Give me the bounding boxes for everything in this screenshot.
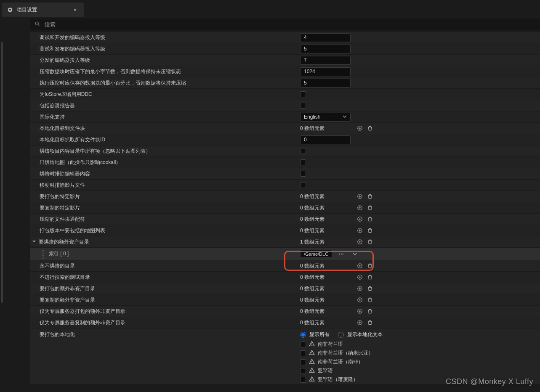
add-element-icon[interactable] — [356, 226, 364, 235]
setting-label: 要打包的本地化 — [40, 331, 75, 338]
setting-label: 烘焙时排除编辑器内容 — [40, 170, 90, 177]
clear-array-icon[interactable] — [366, 204, 374, 212]
value-input[interactable] — [300, 33, 351, 42]
locale-checkbox[interactable] — [300, 342, 306, 347]
add-element-icon[interactable] — [356, 273, 364, 281]
locale-item: 亚罕语 — [300, 367, 536, 374]
add-element-icon[interactable] — [356, 192, 364, 201]
checkbox[interactable] — [300, 148, 306, 154]
value-input[interactable] — [300, 135, 351, 144]
tab-project-settings[interactable]: 项目设置 × — [2, 3, 84, 17]
array-count: 0 数组元素 — [300, 227, 325, 234]
locale-name: 南非荷兰语（南非） — [318, 358, 363, 366]
chevron-down-icon — [343, 114, 347, 120]
add-element-icon[interactable] — [356, 284, 364, 293]
array-element-row: 索引 [ 0 ] /Game/DLC ⋯ — [30, 248, 540, 260]
add-element-icon[interactable] — [356, 204, 364, 212]
setting-row: 本地化目标到文件块 0 数组元素 — [30, 123, 540, 134]
setting-label: 压缩数据块时应省下的最小字节数，否则数据将保持未压缩状态 — [40, 68, 181, 75]
checkbox[interactable] — [300, 103, 306, 109]
locale-name: 亚罕语（喀麦隆） — [318, 376, 358, 383]
clear-array-icon[interactable] — [366, 226, 374, 235]
clear-array-icon[interactable] — [366, 296, 374, 304]
checkbox[interactable] — [300, 91, 306, 97]
add-element-icon[interactable] — [356, 124, 364, 132]
locale-checkbox[interactable] — [300, 377, 306, 383]
search-bar — [30, 19, 540, 30]
setting-label: 本地化目标抓取所有文件块ID — [40, 136, 105, 143]
clear-array-icon[interactable] — [366, 238, 374, 246]
add-element-icon[interactable] — [356, 296, 364, 304]
settings-icon — [7, 6, 13, 13]
value-input[interactable] — [300, 56, 351, 65]
clear-array-icon[interactable] — [366, 284, 374, 293]
checkbox[interactable] — [300, 182, 306, 188]
svg-point-47 — [312, 380, 312, 381]
dropdown-i18n[interactable]: English — [300, 113, 351, 122]
warning-icon — [309, 376, 315, 383]
clear-array-icon[interactable] — [366, 262, 374, 270]
clear-array-icon[interactable] — [366, 307, 374, 315]
add-element-icon[interactable] — [356, 307, 364, 315]
setting-label: 测试和发布的编码器投入等级 — [40, 45, 105, 53]
locale-item: 南非荷兰语 — [300, 341, 536, 348]
value-input[interactable] — [300, 67, 351, 76]
clear-array-icon[interactable] — [366, 192, 374, 201]
array-count: 1 数组元素 — [300, 238, 325, 246]
setting-label: 执行压缩时应保存的数据块的最小百分比，否则数据将保持未压缩 — [40, 79, 186, 87]
setting-label: 只烘焙地图（此操作只影响cookall） — [40, 159, 121, 166]
locale-checkbox[interactable] — [300, 350, 306, 356]
value-input[interactable] — [300, 45, 351, 53]
warning-icon — [309, 367, 315, 374]
warning-icon — [309, 358, 315, 366]
clear-array-icon[interactable] — [366, 273, 374, 281]
locale-checkbox[interactable] — [300, 368, 306, 374]
array-count: 0 数组元素 — [300, 274, 325, 281]
svg-point-0 — [35, 22, 38, 25]
locale-name: 南非荷兰语 — [318, 341, 343, 348]
close-icon[interactable]: × — [71, 6, 79, 14]
locale-checkbox[interactable] — [300, 359, 306, 365]
setting-row: 压缩的文件块通配符 0 数组元素 — [30, 214, 540, 225]
search-input[interactable] — [45, 21, 536, 28]
setting-label: 要烘焙的额外资产目录 — [39, 238, 89, 246]
svg-point-39 — [312, 345, 312, 345]
setting-label: 压缩的文件块通配符 — [40, 216, 85, 223]
array-count: 0 数组元素 — [300, 308, 325, 315]
add-element-icon[interactable] — [356, 318, 364, 327]
setting-label: 烘焙项目内容目录中所有项（忽略以下贴图列表） — [40, 148, 151, 155]
add-element-icon[interactable] — [356, 215, 364, 223]
clear-array-icon[interactable] — [366, 124, 374, 132]
radio-label: 显示所有 — [309, 331, 330, 338]
more-icon[interactable]: ⋯ — [337, 250, 346, 258]
add-element-icon[interactable] — [356, 262, 364, 270]
setting-row: 烘焙时排除编辑器内容 — [30, 168, 540, 180]
setting-label: 要复制的额外非资产目录 — [40, 297, 95, 304]
setting-row: 要打包的额外非资产目录 0 数组元素 — [30, 283, 540, 294]
array-count: 0 数组元素 — [300, 319, 325, 326]
locale-name: 亚罕语 — [318, 367, 333, 374]
array-count: 0 数组元素 — [300, 125, 325, 132]
checkbox[interactable] — [300, 171, 306, 177]
radio-show-loc[interactable] — [338, 332, 344, 338]
clear-array-icon[interactable] — [366, 318, 374, 327]
checkbox[interactable] — [300, 159, 306, 165]
array-count: 0 数组元素 — [300, 285, 325, 292]
sidebar-scrollbar[interactable] — [1, 42, 3, 303]
radio-show-all[interactable] — [300, 332, 306, 338]
setting-row-expanded: 要烘焙的额外资产目录 1 数组元素 — [30, 236, 540, 248]
setting-label: 要打包的特定影片 — [40, 193, 80, 200]
chevron-down-icon[interactable] — [351, 250, 359, 258]
add-element-icon[interactable] — [356, 238, 364, 246]
path-value[interactable]: /Game/DLC — [300, 250, 332, 258]
clear-array-icon[interactable] — [366, 215, 374, 223]
setting-row: 移动时排除影片文件 — [30, 180, 540, 191]
dropdown-value: English — [304, 114, 320, 120]
value-input[interactable] — [300, 79, 351, 87]
locale-item: 南非荷兰语（南非） — [300, 358, 536, 366]
setting-label: 为IoStore压缩启用DDC — [40, 91, 92, 98]
setting-label: 永不烘焙的目录 — [40, 262, 75, 270]
disclosure-toggle[interactable] — [32, 239, 37, 245]
tab-title: 项目设置 — [17, 6, 37, 13]
drag-handle-icon[interactable] — [41, 249, 45, 259]
